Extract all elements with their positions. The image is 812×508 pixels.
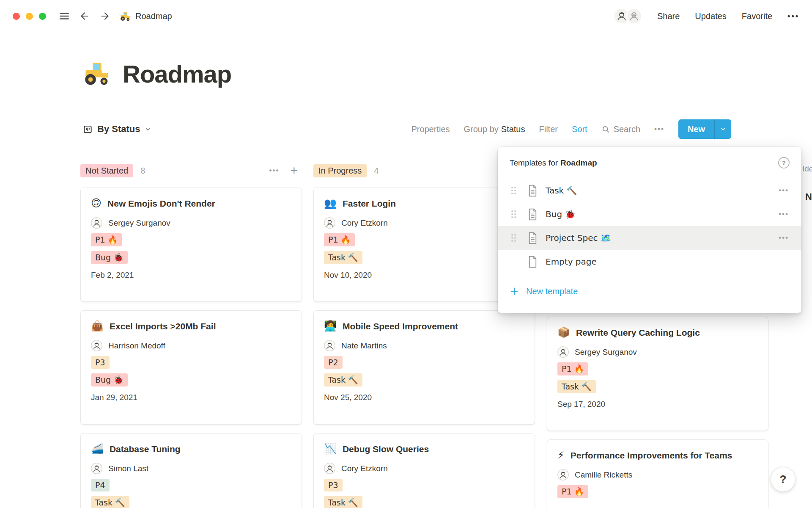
template-item-more-icon[interactable]: ••• xyxy=(779,234,789,242)
close-window-button[interactable] xyxy=(13,13,20,20)
column-more-icon[interactable]: ••• xyxy=(269,166,280,175)
card-title: Mobile Speed Improvement xyxy=(343,320,458,333)
zoom-window-button[interactable] xyxy=(39,13,46,20)
assignee-name: Camille Ricketts xyxy=(575,470,632,480)
new-button-dropdown[interactable] xyxy=(714,119,731,139)
new-template-button[interactable]: New template xyxy=(498,278,801,304)
template-item-bug[interactable]: Bug 🐞••• xyxy=(498,202,801,226)
assignee-name: Harrison Medoff xyxy=(108,341,165,351)
avatar xyxy=(557,469,569,480)
group-by-button[interactable]: Group byStatus xyxy=(464,124,525,134)
card-badge: P2 xyxy=(324,356,343,369)
assignee-name: Sergey Surganov xyxy=(108,218,170,228)
card-badge-row: Task 🔨 xyxy=(91,496,291,508)
plus-icon xyxy=(510,287,519,296)
template-item-empty-page[interactable]: Empty page xyxy=(498,250,801,273)
help-button[interactable]: ? xyxy=(771,467,795,491)
card-title: Performance Improvements for Teams xyxy=(571,449,732,462)
board-card[interactable]: 🚄Database TuningSimon LastP4Task 🔨 xyxy=(80,433,302,508)
board-card[interactable]: 👩‍💻Mobile Speed ImprovementNate MartinsP… xyxy=(313,310,535,425)
properties-button[interactable]: Properties xyxy=(411,124,450,134)
document-text-icon xyxy=(527,232,538,244)
minimize-window-button[interactable] xyxy=(26,13,33,20)
card-emoji: 📦 xyxy=(557,326,570,339)
chevron-down-icon xyxy=(145,126,151,133)
template-item-task[interactable]: Task 🔨••• xyxy=(498,179,801,202)
sidebar-menu-icon[interactable] xyxy=(59,11,70,22)
avatar xyxy=(91,217,102,229)
card-title-row: ⚡Performance Improvements for Teams xyxy=(557,449,758,462)
drag-handle-icon[interactable] xyxy=(510,186,517,195)
templates-menu-title: Templates for xyxy=(510,158,558,168)
card-badge: Task 🔨 xyxy=(324,373,362,387)
new-button[interactable]: New xyxy=(678,119,731,139)
view-toolbar: By Status Properties Group byStatus Filt… xyxy=(83,119,731,139)
share-button[interactable]: Share xyxy=(657,11,680,21)
template-item-label: Task 🔨 xyxy=(546,185,577,196)
help-circle-icon[interactable]: ? xyxy=(778,157,790,168)
tractor-emoji-icon[interactable] xyxy=(83,59,112,88)
card-title-row: 📉Debug Slow Queries xyxy=(324,442,524,456)
card-emoji: 🙃 xyxy=(91,197,102,210)
favorite-button[interactable]: Favorite xyxy=(742,11,772,21)
card-badge-row: P3 xyxy=(91,356,291,369)
search-button[interactable]: Search xyxy=(601,124,640,134)
card-title-row: 👜Excel Imports >20Mb Fail xyxy=(91,320,291,333)
back-arrow-icon[interactable] xyxy=(79,11,90,22)
card-badge: P3 xyxy=(91,356,110,369)
card-date: Sep 17, 2020 xyxy=(557,400,758,409)
card-badge: P1 🔥 xyxy=(557,362,588,375)
card-date: Jan 29, 2021 xyxy=(91,393,291,402)
card-title: Database Tuning xyxy=(110,442,181,456)
board-card[interactable]: 👜Excel Imports >20Mb FailHarrison Medoff… xyxy=(80,310,302,425)
card-badge-row: Task 🔨 xyxy=(324,251,524,264)
card-assignee: Sergey Surganov xyxy=(91,217,291,229)
column-status-badge[interactable]: Not Started xyxy=(80,164,133,177)
card-badge-row: P1 🔥 xyxy=(91,233,291,246)
card-assignee: Harrison Medoff xyxy=(91,340,291,351)
forward-arrow-icon[interactable] xyxy=(99,11,110,22)
board-card[interactable]: 🙃New Emojis Don't RenderSergey SurganovP… xyxy=(80,188,302,302)
topbar-actions: Share Updates Favorite ••• xyxy=(614,8,799,24)
drag-handle-icon[interactable] xyxy=(510,210,517,219)
sort-button[interactable]: Sort xyxy=(572,124,587,134)
group-by-label: Group by xyxy=(464,124,499,134)
more-options-icon[interactable]: ••• xyxy=(787,12,799,21)
template-item-more-icon[interactable]: ••• xyxy=(779,186,789,195)
board-card[interactable]: 📉Debug Slow QueriesCory EtzkornP3Task 🔨 xyxy=(313,433,535,508)
template-item-more-icon[interactable]: ••• xyxy=(779,210,789,218)
new-button-label[interactable]: New xyxy=(678,119,714,139)
updates-button[interactable]: Updates xyxy=(695,11,727,21)
template-item-label: Bug 🐞 xyxy=(546,209,575,219)
column-actions: •••+ xyxy=(269,164,302,177)
search-icon xyxy=(601,125,610,134)
clipped-column-text: Ide xyxy=(802,164,812,174)
drag-handle-icon[interactable] xyxy=(510,233,517,243)
collaborator-avatars xyxy=(614,8,642,24)
card-assignee: Camille Ricketts xyxy=(557,469,758,480)
column-card-count: 4 xyxy=(374,166,379,176)
card-badge-row: P3 xyxy=(324,479,524,491)
board-card[interactable]: 📦Rewrite Query Caching LogicSergey Surga… xyxy=(547,317,768,431)
filter-button[interactable]: Filter xyxy=(539,124,558,134)
template-item-project-spec[interactable]: Project Spec 🗺️••• xyxy=(498,226,801,250)
view-more-options-icon[interactable]: ••• xyxy=(654,125,664,133)
assignee-name: Nate Martins xyxy=(341,341,387,351)
avatar xyxy=(324,340,335,351)
tractor-emoji-icon xyxy=(120,11,131,22)
avatar xyxy=(91,463,102,474)
chevron-down-icon xyxy=(720,126,727,133)
card-title: Debug Slow Queries xyxy=(343,442,429,456)
card-badge-row: P1 🔥 xyxy=(557,485,758,498)
clipped-card-title-text: N xyxy=(805,191,812,202)
avatar xyxy=(557,346,569,358)
board-card[interactable]: ⚡Performance Improvements for TeamsCamil… xyxy=(547,439,768,508)
card-badge: P4 xyxy=(91,479,110,491)
column-add-icon[interactable]: + xyxy=(290,164,298,177)
group-by-value: Status xyxy=(501,124,525,134)
column-status-badge[interactable]: In Progress xyxy=(313,164,367,177)
view-selector[interactable]: By Status xyxy=(83,124,151,135)
breadcrumb-doc-title[interactable]: Roadmap xyxy=(135,11,172,21)
avatar[interactable] xyxy=(626,8,642,24)
assignee-name: Sergey Surganov xyxy=(575,348,637,357)
